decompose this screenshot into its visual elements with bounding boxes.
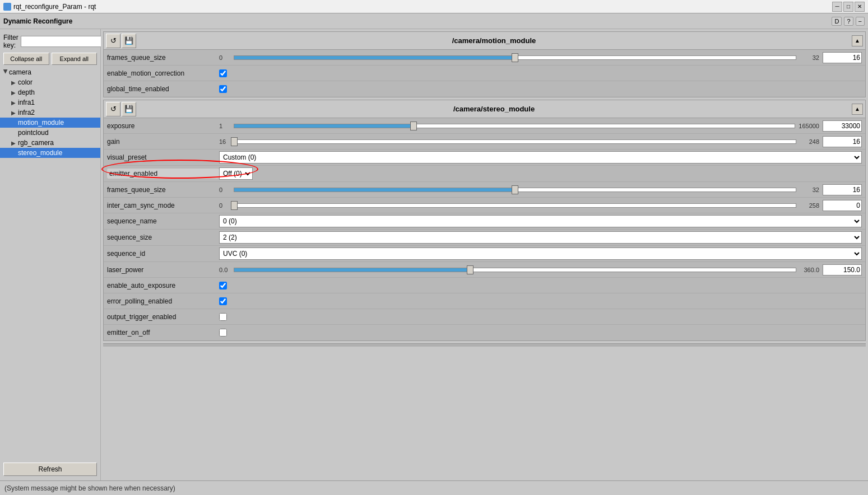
param-row-inter-cam-sync-mode: inter_cam_sync_mode 0 258 bbox=[104, 198, 865, 213]
maximize-button[interactable]: □ bbox=[843, 2, 853, 12]
slider-min-exposure: 1 bbox=[219, 123, 230, 129]
expand-all-button[interactable]: Expand all bbox=[52, 53, 98, 65]
param-label-gain: gain bbox=[107, 138, 219, 146]
slider-track-icsm[interactable] bbox=[234, 203, 796, 208]
minimize-button[interactable]: ─ bbox=[832, 2, 842, 12]
filter-input[interactable] bbox=[21, 36, 108, 47]
filter-row: Filter key: bbox=[0, 31, 100, 52]
checkbox-global-time-enabled[interactable] bbox=[219, 85, 227, 93]
slider-track-fqs-stereo[interactable] bbox=[234, 188, 796, 192]
slider-min-laser-power: 0.0 bbox=[219, 267, 230, 273]
d-button[interactable]: D bbox=[832, 17, 842, 26]
tree: ▶ camera ▶ color ▶ depth ▶ infra1 bbox=[0, 66, 100, 460]
slider-max-exposure: 165000 bbox=[799, 123, 819, 129]
app-header: Dynamic Reconfigure D ? − bbox=[0, 13, 868, 29]
slider-value-gain[interactable] bbox=[823, 136, 862, 147]
checkbox-enable-auto-exposure[interactable] bbox=[219, 282, 227, 289]
slider-track-gain[interactable] bbox=[234, 139, 796, 144]
slider-fill-exposure bbox=[234, 124, 414, 128]
filter-key-label: Filter key: bbox=[3, 34, 18, 49]
checkbox-enable-motion-correction[interactable] bbox=[219, 69, 227, 77]
param-row-global-time-enabled: global_time_enabled bbox=[104, 81, 865, 97]
tree-item-pointcloud[interactable]: ▶ pointcloud bbox=[0, 128, 100, 138]
tree-item-camera[interactable]: ▶ camera bbox=[0, 67, 100, 77]
motion-module-reload-btn[interactable]: ↺ bbox=[106, 34, 120, 48]
param-label-emitter-on-off: emitter_on_off bbox=[107, 329, 219, 337]
dropdown-sequence-id[interactable]: UVC (0) bbox=[219, 248, 862, 260]
param-row-enable-motion-correction: enable_motion_correction bbox=[104, 66, 865, 81]
app-icon bbox=[3, 3, 11, 11]
slider-value-fqs-stereo[interactable] bbox=[823, 184, 862, 195]
tree-item-infra2[interactable]: ▶ infra2 bbox=[0, 108, 100, 118]
slider-max-icsm: 258 bbox=[800, 202, 819, 209]
param-label-output-trigger-enabled: output_trigger_enabled bbox=[107, 313, 219, 321]
param-label-enable-motion-correction: enable_motion_correction bbox=[107, 69, 219, 77]
slider-fill-fqs-stereo bbox=[234, 188, 515, 192]
slider-thumb-icsm[interactable] bbox=[231, 201, 238, 210]
collapse-all-button[interactable]: Collapse all bbox=[3, 53, 49, 65]
dropdown-sequence-name[interactable]: 0 (0) bbox=[219, 215, 862, 227]
slider-thumb-exposure[interactable] bbox=[410, 122, 417, 130]
slider-container-fqs-stereo: 0 32 bbox=[219, 184, 862, 195]
minus-button[interactable]: − bbox=[856, 17, 865, 26]
tree-arrow-camera: ▶ bbox=[3, 69, 9, 76]
slider-thumb-gain[interactable] bbox=[231, 137, 238, 146]
tree-arrow-depth: ▶ bbox=[11, 90, 18, 96]
tree-item-color[interactable]: ▶ color bbox=[0, 77, 100, 87]
stereo-module-header: ↺ 💾 /camera/stereo_module ▲ bbox=[104, 100, 865, 118]
slider-track-laser-power[interactable] bbox=[234, 268, 796, 272]
checkbox-output-trigger-enabled[interactable] bbox=[219, 313, 227, 321]
tree-arrow-infra2: ▶ bbox=[11, 110, 18, 116]
tree-label-motion-module: motion_module bbox=[18, 119, 64, 127]
param-label-error-polling-enabled: error_polling_enabled bbox=[107, 297, 219, 305]
dropdown-visual-preset[interactable]: Custom (0) bbox=[219, 151, 862, 164]
param-label-enable-auto-exposure: enable_auto_exposure bbox=[107, 282, 219, 289]
param-row-output-trigger-enabled: output_trigger_enabled bbox=[104, 309, 865, 325]
window-title: rqt_reconfigure_Param - rqt bbox=[13, 3, 96, 11]
tree-item-stereo-module[interactable]: ▶ stereo_module bbox=[0, 148, 100, 158]
stereo-module-reload-btn[interactable]: ↺ bbox=[106, 102, 120, 116]
stereo-module-expand-btn[interactable]: ▲ bbox=[852, 104, 863, 115]
slider-value-icsm[interactable] bbox=[823, 200, 862, 211]
btn-row: Collapse all Expand all bbox=[0, 52, 100, 66]
checkbox-emitter-on-off[interactable] bbox=[219, 329, 227, 337]
app-title: Dynamic Reconfigure bbox=[3, 17, 72, 25]
dropdown-emitter-enabled[interactable]: Off (0) bbox=[219, 167, 253, 180]
tree-item-rgb-camera[interactable]: ▶ rgb_camera bbox=[0, 138, 100, 148]
slider-fill-laser-power bbox=[234, 268, 470, 272]
param-label-sequence-size: sequence_size bbox=[107, 234, 219, 241]
tree-item-depth[interactable]: ▶ depth bbox=[0, 87, 100, 97]
slider-thumb-fqs-motion[interactable] bbox=[512, 53, 518, 62]
param-row-laser-power: laser_power 0.0 360.0 bbox=[104, 262, 865, 278]
title-bar: rqt_reconfigure_Param - rqt ─ □ ✕ bbox=[0, 0, 868, 13]
param-row-sequence-id: sequence_id UVC (0) bbox=[104, 246, 865, 262]
status-message: (System message might be shown here when… bbox=[4, 484, 175, 492]
motion-module-header: ↺ 💾 /camera/motion_module ▲ bbox=[104, 32, 865, 50]
tree-label-rgb-camera: rgb_camera bbox=[18, 139, 54, 147]
motion-module-save-btn[interactable]: 💾 bbox=[122, 34, 136, 48]
slider-track-fqs-motion[interactable] bbox=[234, 55, 796, 60]
help-button[interactable]: ? bbox=[844, 17, 853, 26]
slider-value-exposure[interactable] bbox=[823, 120, 862, 132]
slider-thumb-fqs-stereo[interactable] bbox=[512, 185, 518, 194]
tree-item-infra1[interactable]: ▶ infra1 bbox=[0, 97, 100, 108]
stereo-module-save-btn[interactable]: 💾 bbox=[122, 102, 136, 116]
slider-value-fqs-motion[interactable] bbox=[823, 52, 862, 63]
slider-value-laser-power[interactable] bbox=[823, 264, 862, 275]
param-row-error-polling-enabled: error_polling_enabled bbox=[104, 293, 865, 309]
checkbox-error-polling-enabled[interactable] bbox=[219, 297, 227, 305]
slider-container-exposure: 1 165000 bbox=[219, 120, 862, 132]
motion-module-expand-btn[interactable]: ▲ bbox=[852, 35, 863, 46]
content-area: ↺ 💾 /camera/motion_module ▲ frames_queue… bbox=[101, 29, 868, 480]
dropdown-sequence-size[interactable]: 2 (2) bbox=[219, 231, 862, 244]
close-button[interactable]: ✕ bbox=[855, 2, 865, 12]
slider-thumb-laser-power[interactable] bbox=[467, 265, 474, 274]
slider-min-icsm: 0 bbox=[219, 202, 230, 209]
title-bar-left: rqt_reconfigure_Param - rqt bbox=[3, 3, 96, 11]
slider-max-fqs-stereo: 32 bbox=[800, 186, 819, 193]
tree-item-motion-module[interactable]: ▶ motion_module bbox=[0, 118, 100, 128]
motion-module-panel: ↺ 💾 /camera/motion_module ▲ frames_queue… bbox=[103, 31, 866, 97]
bottom-resize-handle[interactable] bbox=[103, 343, 866, 347]
refresh-button[interactable]: Refresh bbox=[3, 463, 97, 476]
slider-track-exposure[interactable] bbox=[234, 124, 795, 128]
